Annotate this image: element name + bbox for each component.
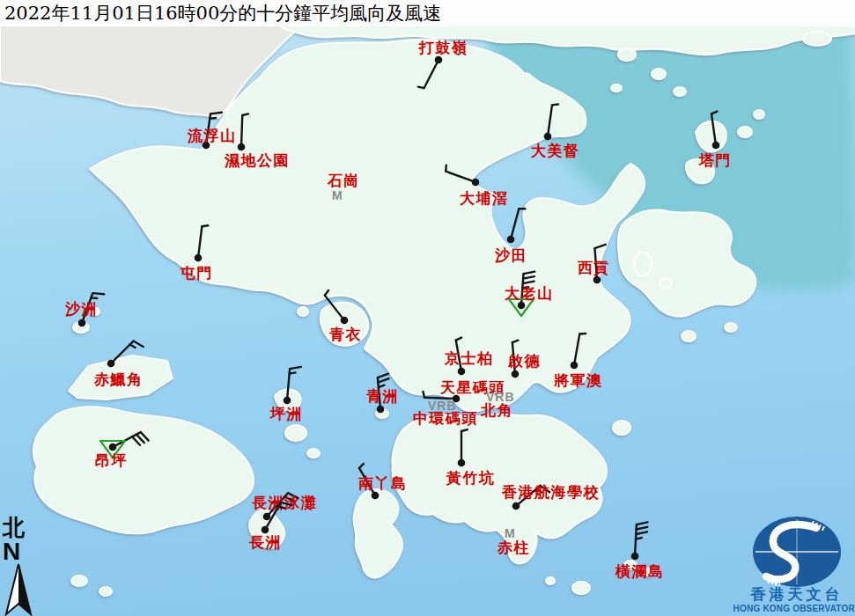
station-dot [458,368,466,376]
wind-barb-half [552,104,558,105]
station-label: 黃竹坑 [446,469,496,487]
station-dot [341,317,349,325]
station-label: 青洲 [366,387,399,405]
title-bar: 2022年11月01日16時00分的十分鐘平均風向及風速 [0,0,855,26]
station-label: 昂坪 [95,451,128,469]
station-dot [78,319,86,327]
station-dot [544,133,552,141]
wind-barb-half [242,114,248,115]
station-label: 青衣 [329,326,362,343]
station-label: 啟德 [507,352,541,370]
station-label: 流浮山 [187,127,237,144]
wind-barb-half [91,297,97,298]
station-dot [712,142,720,150]
station-label: 長洲 [249,533,282,551]
station-dot [507,236,515,244]
station-label: 赤柱 [497,539,530,556]
station-label: 石崗 [327,172,360,189]
station-label: 坪洲 [269,405,303,422]
wind-barb-shaft [241,115,242,144]
station-dot [109,444,117,451]
station-label: 中環碼頭 [413,409,478,427]
station-label: 香港航海學校 [501,483,600,501]
station-dot [571,362,579,370]
wind-map-screen: 打鼓嶺流浮山濕地公園M石崗大美督塔門大埔滘沙田西貢大老山屯門沙洲赤鱲角青衣坪洲青… [0,0,855,616]
station-label: 赤鱲角 [93,370,144,388]
station-label: 大埔滘 [460,189,509,207]
station-dot [372,492,380,500]
compass-north-letter: N [3,538,20,565]
station-dot [458,459,466,467]
compass-north-hanzi: 北 [2,515,26,540]
station-dot [107,360,115,368]
station-dot [262,526,269,534]
station-dot [512,370,520,378]
station-label: 屯門 [180,264,213,282]
wind-barb-full [92,293,104,294]
station-tag: M [332,188,343,202]
station-label: 橫瀾島 [615,562,665,580]
station-dot [518,302,526,310]
wind-barb-full [210,113,222,114]
station-dot [284,397,291,405]
station-dot [631,553,639,561]
station-label: 打鼓嶺 [418,39,468,56]
wind-barb-half [636,538,642,539]
logo-name-en: HONG KONG OBSERVATORY [733,604,855,613]
map-title: 2022年11月01日16時00分的十分鐘平均風向及風速 [4,3,441,24]
station-label: 沙洲 [64,300,98,318]
wind-barb-half [202,225,208,226]
station-dot [512,502,520,510]
wind-barb-half [210,118,216,119]
station-dot [238,143,246,151]
wind-barb-half [423,392,424,398]
hk-wind-map: 打鼓嶺流浮山濕地公園M石崗大美督塔門大埔滘沙田西貢大老山屯門沙洲赤鱲角青衣坪洲青… [0,0,855,616]
station-dot [472,179,480,187]
station-label: 京士柏 [444,349,494,367]
station-label: 北角 [480,401,513,419]
wind-barb-half [290,372,296,373]
station-label: 大美督 [531,142,580,159]
wind-barb-half [446,165,446,172]
station-dot [593,276,601,284]
wind-barb-half [418,87,424,88]
station-dot [377,406,385,414]
logo-name-zh: 香港天文台 [750,586,844,603]
station-label: 塔門 [698,151,732,169]
station-dot [435,56,443,64]
wind-barb-half [579,334,586,334]
station-label: 大老山 [505,284,554,302]
station-label: 將軍澳 [553,371,603,389]
station-label: 西貢 [577,259,610,276]
station-dot [195,254,203,262]
station-label: 南丫島 [358,474,408,492]
station-label: 沙田 [494,246,527,264]
station-dot [263,513,271,521]
station-label: 濕地公園 [224,151,290,169]
